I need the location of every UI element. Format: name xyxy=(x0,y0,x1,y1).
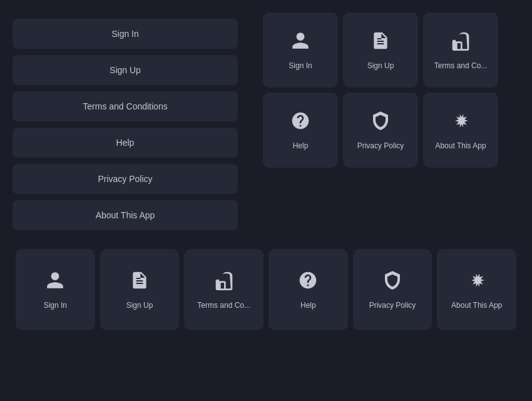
sign-in-tile[interactable]: Sign In xyxy=(263,13,338,88)
book-icon xyxy=(451,31,471,55)
tile-label: Help xyxy=(290,141,311,150)
tile-label: Sign In xyxy=(286,61,314,70)
tile-label: Terms and Co... xyxy=(195,301,253,310)
user-icon xyxy=(290,31,310,55)
sign-in-list-btn[interactable]: Sign In xyxy=(13,19,238,49)
privacy-bottom-tile[interactable]: Privacy Policy xyxy=(353,249,432,330)
terms-tile[interactable]: Terms and Co... xyxy=(423,13,498,88)
tile-label: Sign Up xyxy=(365,61,397,70)
top-section: Sign InSign UpTerms and ConditionsHelpPr… xyxy=(13,13,519,230)
about-bottom-tile[interactable]: About This App xyxy=(437,249,516,330)
tile-label: Terms and Co... xyxy=(432,61,490,70)
shield-icon xyxy=(382,270,402,295)
asterisk-icon xyxy=(451,111,471,135)
asterisk-icon xyxy=(467,270,487,295)
tile-label: About This App xyxy=(432,141,488,150)
question-icon xyxy=(290,111,310,135)
privacy-tile[interactable]: Privacy Policy xyxy=(343,93,418,168)
terms-bottom-tile[interactable]: Terms and Co... xyxy=(184,249,263,330)
main-container: Sign InSign UpTerms and ConditionsHelpPr… xyxy=(0,0,532,343)
about-tile[interactable]: About This App xyxy=(423,93,498,168)
tile-label: About This App xyxy=(449,301,504,310)
tile-label: Privacy Policy xyxy=(367,301,419,310)
help-tile[interactable]: Help xyxy=(263,93,338,168)
sign-in-bottom-tile[interactable]: Sign In xyxy=(16,249,95,330)
privacy-list-btn[interactable]: Privacy Policy xyxy=(13,164,238,194)
bottom-section: Sign In Sign Up Terms and Co... Help Pri… xyxy=(13,249,519,330)
sign-up-bottom-tile[interactable]: Sign Up xyxy=(100,249,180,330)
tile-label: Sign Up xyxy=(124,301,156,310)
tile-label: Help xyxy=(298,301,319,310)
document-icon xyxy=(130,270,150,295)
about-list-btn[interactable]: About This App xyxy=(13,200,238,230)
question-icon xyxy=(298,270,318,295)
sign-up-tile[interactable]: Sign Up xyxy=(343,13,418,88)
help-bottom-tile[interactable]: Help xyxy=(269,249,348,330)
tile-label: Privacy Policy xyxy=(355,141,407,150)
tile-label: Sign In xyxy=(41,301,69,310)
icon-grid: Sign In Sign Up Terms and Co... Help Pri… xyxy=(263,13,498,230)
list-buttons: Sign InSign UpTerms and ConditionsHelpPr… xyxy=(13,13,238,230)
terms-list-btn[interactable]: Terms and Conditions xyxy=(13,91,238,121)
shield-icon xyxy=(371,111,391,135)
help-list-btn[interactable]: Help xyxy=(13,128,238,158)
sign-up-list-btn[interactable]: Sign Up xyxy=(13,55,238,85)
book-icon xyxy=(214,270,234,295)
user-icon xyxy=(45,270,65,295)
document-icon xyxy=(371,31,391,55)
